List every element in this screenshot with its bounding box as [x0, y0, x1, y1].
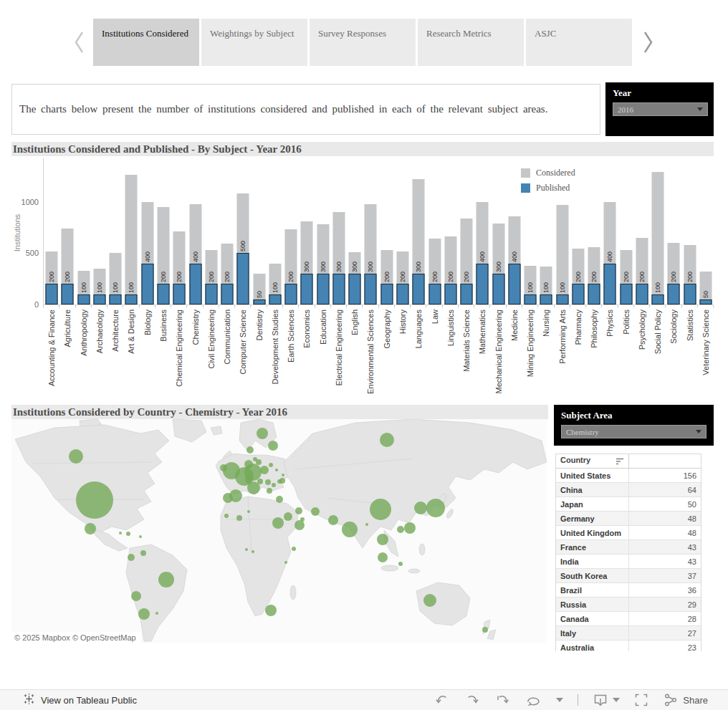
country-bubble[interactable] — [265, 479, 271, 485]
published-bar[interactable] — [413, 274, 425, 304]
country-column-header[interactable]: Country — [556, 454, 628, 469]
table-row[interactable]: Japan50 — [556, 497, 701, 512]
country-bubble[interactable] — [265, 605, 277, 616]
country-bubble[interactable] — [342, 522, 358, 537]
refresh-icon[interactable] — [525, 692, 542, 708]
chevron-left-icon[interactable] — [71, 29, 88, 56]
published-bar[interactable] — [157, 284, 169, 304]
published-bar[interactable] — [349, 274, 361, 304]
year-dropdown[interactable]: 2016 — [613, 102, 708, 116]
published-bar[interactable] — [652, 294, 664, 304]
tab-asjc[interactable]: ASJC — [526, 19, 632, 66]
country-bubble[interactable] — [397, 526, 404, 533]
country-bubble[interactable] — [246, 446, 254, 454]
published-bar[interactable] — [77, 294, 90, 304]
country-bubble[interactable] — [423, 594, 436, 607]
country-bubble[interactable] — [295, 507, 302, 514]
published-bar[interactable] — [110, 294, 122, 304]
country-bubble[interactable] — [404, 522, 416, 534]
country-bubble[interactable] — [370, 499, 391, 520]
published-bar[interactable] — [253, 299, 265, 304]
legend-item-considered[interactable]: Considered — [521, 168, 575, 178]
caret-icon[interactable] — [556, 698, 563, 702]
table-row[interactable]: France43 — [556, 540, 701, 555]
share-button-label[interactable]: Share — [683, 695, 708, 706]
country-bubble[interactable] — [482, 627, 488, 633]
undo-icon[interactable] — [434, 692, 450, 708]
published-bar[interactable] — [125, 294, 138, 304]
country-bubble[interactable] — [257, 428, 268, 439]
tab-survey-responses[interactable]: Survey Responses — [310, 19, 416, 66]
table-row[interactable]: Russia29 — [556, 598, 701, 612]
country-bubble[interactable] — [380, 433, 394, 447]
table-row[interactable]: Canada28 — [556, 612, 701, 626]
country-bubble[interactable] — [245, 476, 252, 484]
chevron-right-icon[interactable] — [639, 29, 656, 56]
tab-weightings-by-subject[interactable]: Weightings by Subject — [201, 19, 307, 66]
published-bar[interactable] — [332, 274, 345, 304]
country-bubble[interactable] — [244, 460, 253, 469]
country-bubble[interactable] — [220, 464, 227, 471]
country-bubble[interactable] — [276, 496, 283, 503]
country-bubble[interactable] — [69, 449, 83, 464]
table-row[interactable]: China64 — [556, 483, 701, 497]
country-bubble[interactable] — [236, 515, 242, 521]
reset-icon[interactable] — [494, 692, 510, 708]
country-bubble[interactable] — [294, 520, 305, 530]
country-bubble[interactable] — [272, 483, 276, 487]
country-bubble[interactable] — [229, 489, 242, 502]
published-bar[interactable] — [620, 284, 632, 304]
published-bar[interactable] — [93, 294, 105, 304]
country-bubble[interactable] — [282, 474, 284, 476]
table-row[interactable]: United Kingdom48 — [556, 526, 701, 540]
country-bubble[interactable] — [224, 514, 229, 518]
country-bubble[interactable] — [257, 479, 263, 484]
country-bubble[interactable] — [158, 572, 174, 587]
published-bar[interactable] — [556, 294, 568, 304]
country-bubble[interactable] — [377, 534, 388, 545]
sort-descending-icon[interactable] — [616, 458, 624, 467]
country-bubble[interactable] — [279, 478, 285, 484]
share-icon[interactable] — [663, 692, 679, 708]
country-bubble[interactable] — [378, 552, 388, 562]
published-bar[interactable] — [189, 264, 201, 304]
published-bar[interactable] — [301, 274, 313, 304]
caret-icon[interactable] — [613, 698, 620, 702]
published-bar[interactable] — [285, 284, 297, 304]
published-bar[interactable] — [588, 284, 600, 304]
country-bubble[interactable] — [275, 469, 278, 471]
country-bubble[interactable] — [311, 507, 320, 516]
tab-research-metrics[interactable]: Research Metrics — [418, 19, 524, 66]
country-bubble[interactable] — [365, 523, 368, 526]
published-bar[interactable] — [396, 284, 408, 304]
published-bar[interactable] — [46, 284, 58, 304]
country-bubble[interactable] — [85, 523, 96, 534]
subject-dropdown[interactable]: Chemistry — [561, 425, 707, 438]
country-bubble[interactable] — [126, 532, 130, 536]
published-bar[interactable] — [365, 274, 377, 304]
published-bar[interactable] — [684, 284, 696, 304]
table-row[interactable]: South Korea37 — [556, 569, 701, 583]
country-bubble[interactable] — [76, 481, 113, 519]
country-bubble[interactable] — [139, 535, 142, 538]
country-bubble[interactable] — [414, 502, 427, 514]
published-bar[interactable] — [269, 294, 281, 304]
tab-institutions-considered[interactable]: Institutions Considered — [93, 19, 199, 66]
table-row[interactable]: Australia23 — [556, 641, 701, 652]
download-icon[interactable] — [593, 692, 608, 708]
published-bar[interactable] — [221, 284, 234, 304]
published-bar[interactable] — [508, 264, 520, 304]
country-bubble[interactable] — [155, 612, 158, 615]
published-bar[interactable] — [540, 294, 552, 304]
published-bar[interactable] — [604, 264, 616, 304]
view-on-tableau-public-button[interactable]: View on Tableau Public — [23, 693, 137, 707]
country-bubble[interactable] — [131, 591, 141, 601]
table-row[interactable]: Germany48 — [556, 512, 701, 526]
published-bar[interactable] — [173, 284, 186, 304]
fullscreen-icon[interactable] — [634, 693, 648, 707]
country-bubble[interactable] — [328, 515, 338, 525]
published-bar[interactable] — [62, 284, 74, 304]
published-bar[interactable] — [572, 284, 584, 304]
published-bar[interactable] — [492, 274, 504, 304]
published-bar[interactable] — [476, 264, 489, 304]
